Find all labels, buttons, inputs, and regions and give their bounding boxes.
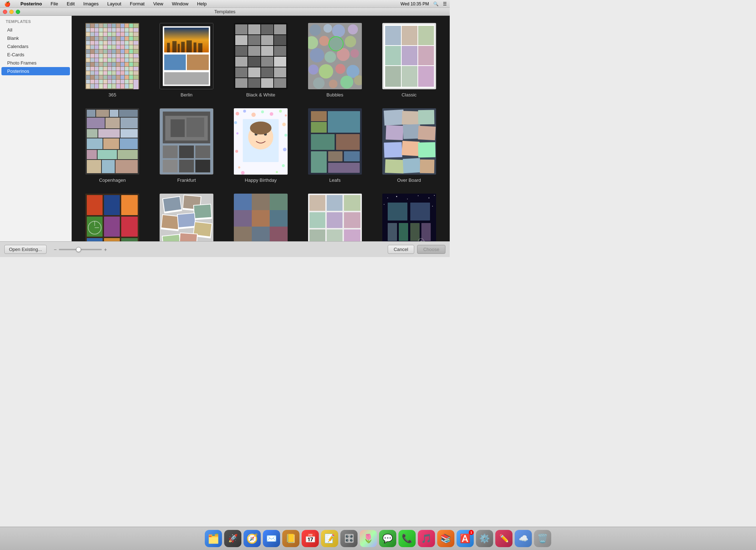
template-starrynight[interactable]: ❄	[375, 194, 443, 241]
svg-rect-7	[112, 24, 116, 28]
svg-rect-23	[129, 28, 133, 32]
svg-rect-207	[248, 46, 260, 56]
svg-point-403	[432, 206, 433, 207]
svg-rect-200	[261, 24, 273, 34]
svg-rect-201	[274, 24, 286, 34]
svg-rect-42	[108, 37, 112, 41]
svg-rect-108	[133, 58, 138, 62]
menubar-view[interactable]: View	[152, 0, 165, 8]
svg-rect-220	[261, 78, 273, 88]
menubar-app-name[interactable]: Posterino	[19, 0, 43, 8]
menubar-layout[interactable]: Layout	[106, 0, 123, 8]
template-birthday[interactable]: Happy Birthday	[227, 108, 294, 183]
svg-rect-377	[270, 227, 288, 241]
search-icon[interactable]: 🔍	[433, 1, 439, 6]
svg-rect-100	[99, 58, 103, 62]
close-button[interactable]	[3, 10, 7, 14]
template-365[interactable]: 2014 365	[79, 23, 146, 98]
apple-menu[interactable]: 🍎	[3, 0, 12, 8]
sidebar-item-photoframes[interactable]: Photo Frames	[1, 59, 70, 67]
svg-rect-319	[344, 151, 360, 161]
svg-rect-206	[235, 46, 247, 56]
svg-rect-145	[86, 75, 90, 79]
template-bubbles[interactable]: Bubbles	[301, 23, 368, 98]
menubar-images[interactable]: Images	[82, 0, 100, 8]
svg-rect-62	[90, 45, 94, 49]
sidebar-item-ecards[interactable]: E-Cards	[1, 51, 70, 59]
svg-rect-84	[133, 49, 138, 53]
menubar-edit[interactable]: Edit	[65, 0, 76, 8]
menubar-file[interactable]: File	[49, 0, 60, 8]
svg-rect-59	[129, 41, 133, 45]
template-copenhagen[interactable]: Copenhagen	[79, 108, 146, 183]
template-leafs[interactable]: 2014	[301, 108, 368, 183]
template-frankfurt[interactable]: Frankfurt	[153, 108, 220, 183]
template-classic[interactable]: Classic	[375, 23, 443, 98]
svg-rect-110	[90, 62, 94, 66]
zoom-out-icon[interactable]: −	[54, 247, 57, 252]
svg-rect-18	[108, 28, 112, 32]
svg-rect-52	[99, 41, 103, 45]
svg-rect-138	[108, 71, 112, 75]
svg-rect-83	[129, 49, 133, 53]
svg-rect-15	[95, 28, 99, 32]
zoom-in-icon[interactable]: +	[104, 247, 107, 252]
sidebar-item-all[interactable]: All	[1, 26, 70, 34]
template-random[interactable]: Random	[153, 194, 220, 241]
svg-rect-66	[108, 45, 112, 49]
open-existing-button[interactable]: Open Existing...	[4, 245, 47, 254]
zoom-slider-track[interactable]	[59, 249, 102, 250]
svg-rect-132	[133, 67, 138, 71]
template-overboard[interactable]: Over Board	[375, 108, 443, 183]
svg-rect-199	[248, 24, 260, 34]
svg-rect-82	[125, 49, 129, 53]
minimize-button[interactable]	[9, 10, 14, 14]
svg-rect-171	[95, 84, 99, 89]
choose-button[interactable]: Choose	[417, 245, 445, 254]
zoom-slider-thumb[interactable]	[76, 247, 81, 252]
svg-point-239	[313, 77, 325, 89]
sidebar-item-blank[interactable]: Blank	[1, 34, 70, 42]
svg-rect-96	[133, 54, 138, 58]
svg-rect-162	[108, 80, 112, 84]
svg-rect-58	[125, 41, 129, 45]
svg-rect-35	[129, 32, 133, 36]
svg-rect-14	[90, 28, 94, 32]
svg-rect-170	[90, 84, 94, 89]
svg-rect-186	[173, 41, 177, 53]
svg-rect-322	[384, 110, 404, 126]
template-pop[interactable]: Pop	[79, 194, 146, 241]
svg-rect-155	[129, 75, 133, 79]
svg-rect-335	[87, 195, 103, 215]
svg-rect-218	[235, 78, 247, 88]
svg-point-288	[236, 112, 239, 115]
svg-rect-158	[90, 80, 94, 84]
sidebar-item-calendars[interactable]: Calendars	[1, 42, 70, 51]
cancel-button[interactable]: Cancel	[388, 245, 414, 254]
template-berlin[interactable]: Berlin	[153, 23, 220, 98]
svg-rect-124	[99, 67, 103, 71]
svg-rect-204	[261, 35, 273, 45]
maximize-button[interactable]	[16, 10, 20, 14]
svg-rect-390	[344, 229, 360, 241]
svg-rect-123	[95, 67, 99, 71]
menubar-format[interactable]: Format	[128, 0, 146, 8]
sidebar-item-posterinos[interactable]: Posterinos	[1, 67, 70, 75]
svg-rect-273	[102, 160, 115, 173]
svg-rect-76	[99, 49, 103, 53]
svg-rect-282	[179, 160, 194, 172]
menubar-help[interactable]: Help	[195, 0, 208, 8]
svg-rect-208	[261, 46, 273, 56]
template-spaceless[interactable]: Spaceless	[227, 194, 294, 241]
svg-point-299	[235, 150, 238, 153]
svg-point-294	[285, 114, 287, 117]
menubar-window[interactable]: Window	[170, 0, 190, 8]
list-icon[interactable]: ☰	[443, 1, 447, 6]
svg-rect-140	[116, 71, 120, 75]
template-copenhagen-label: Copenhagen	[99, 177, 126, 183]
template-bw[interactable]: Black & White	[227, 23, 294, 98]
template-square[interactable]: Square	[301, 194, 368, 241]
svg-rect-187	[178, 44, 180, 52]
svg-rect-191	[198, 43, 203, 52]
templates-window: Templates TEMPLATES All Blank Calendars …	[0, 8, 450, 257]
